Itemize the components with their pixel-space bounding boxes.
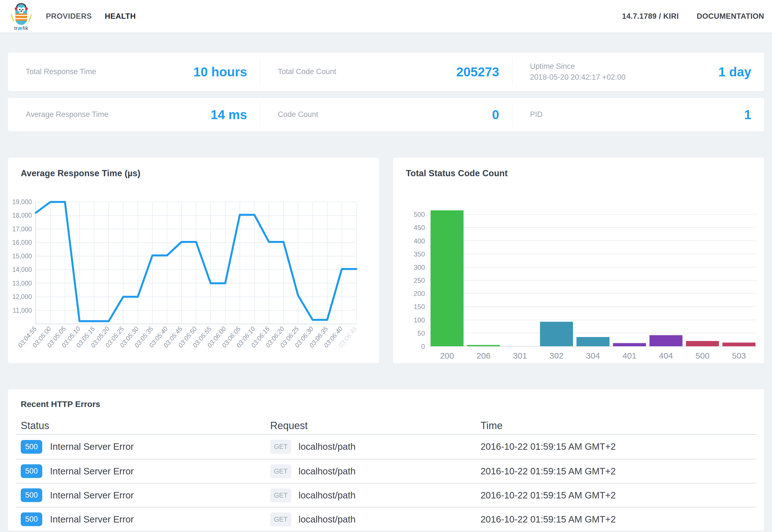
bar-304 [576,337,609,346]
svg-text:401: 401 [622,351,636,360]
svg-text:503: 503 [732,351,746,360]
stat-value: 205273 [456,64,499,79]
traefik-mascot-icon [10,2,33,26]
svg-text:17,000: 17,000 [12,225,32,233]
svg-text:100: 100 [414,316,425,324]
bar-200 [430,210,463,346]
svg-text:304: 304 [586,351,600,360]
svg-text:150: 150 [414,303,425,310]
svg-text:16,000: 16,000 [12,239,32,246]
uptime-datetime: 2018-05-20 20:42:17 +02:00 [530,73,626,81]
bar-302 [540,322,573,346]
status-text: Internal Server Error [50,466,134,477]
column-header-request: Request [270,420,481,432]
line-chart-title: Average Response Time (µs) [8,168,379,178]
svg-text:15,000: 15,000 [12,253,32,260]
svg-text:404: 404 [659,351,673,360]
svg-text:250: 250 [414,277,425,284]
errors-table-title: Recent HTTP Errors [16,399,756,409]
method-badge: GET [270,512,291,526]
error-time: 2016-10-22 01:59:15 AM GMT+2 [481,514,756,525]
method-badge: GET [270,464,291,478]
dashboard-content: Total Response Time 10 hours Total Code … [0,32,772,531]
status-text: Internal Server Error [50,490,134,501]
bar-503 [722,343,755,346]
status-text: Internal Server Error [50,514,134,525]
request-path: localhost/path [298,514,356,525]
stat-total-code-count: Total Code Count 205273 [260,53,512,91]
line-chart-svg: 11,00012,00013,00014,00015,00016,00017,0… [8,180,379,363]
recent-http-errors-card: Recent HTTP Errors Status Request Time 5… [8,389,764,531]
svg-text:400: 400 [414,237,425,245]
status-badge: 500 [21,512,42,526]
status-badge: 500 [21,464,42,478]
stat-value: 0 [492,107,499,122]
svg-text:206: 206 [477,351,491,360]
response-time-chart-card: Average Response Time (µs) 11,00012,0001… [8,158,379,363]
bar-206 [467,345,500,346]
svg-text:19,000: 19,000 [12,198,32,206]
svg-text:200: 200 [414,290,425,297]
stat-average-response-time: Average Response Time 14 ms [8,98,260,131]
svg-text:500: 500 [414,211,425,218]
svg-text:500: 500 [695,351,709,360]
version-label: 14.7.1789 / KIRI [622,12,679,21]
svg-text:302: 302 [550,351,564,360]
stat-value: 14 ms [211,107,247,122]
stat-label: Code Count [278,109,318,120]
svg-text:0: 0 [421,343,425,350]
bar-chart-title: Total Status Code Count [393,168,764,178]
error-time: 2016-10-22 01:59:15 AM GMT+2 [481,466,756,477]
table-row: 500 Internal Server Error GET localhost/… [16,483,756,507]
errors-table-header: Status Request Time [16,417,756,435]
status-text: Internal Server Error [50,441,134,452]
status-badge: 500 [21,488,42,502]
nav-item-providers[interactable]: PROVIDERS [46,12,92,21]
main-nav: PROVIDERS HEALTH [46,12,136,21]
logo-wordmark: træfik [14,25,29,31]
bar-401 [613,343,646,346]
documentation-link[interactable]: DOCUMENTATION [697,12,764,21]
bar-chart-svg: 0501001502002503003504004505002002063013… [393,180,764,363]
method-badge: GET [270,440,291,454]
stat-total-response-time: Total Response Time 10 hours [8,53,260,91]
stat-label: Average Response Time [26,109,108,120]
column-header-time: Time [481,420,756,432]
error-time: 2016-10-22 01:59:15 AM GMT+2 [481,441,756,452]
bar-500 [686,341,719,346]
svg-text:18,000: 18,000 [12,212,32,219]
top-nav-bar: træfik PROVIDERS HEALTH 14.7.1789 / KIRI… [0,0,772,32]
status-code-bar-chart: 0501001502002503003504004505002002063013… [393,180,764,363]
table-row: 500 Internal Server Error GET localhost/… [16,459,756,483]
svg-text:200: 200 [440,351,454,360]
nav-item-health[interactable]: HEALTH [105,12,136,21]
svg-text:13,000: 13,000 [12,280,32,287]
response-time-line-chart: 11,00012,00013,00014,00015,00016,00017,0… [8,180,379,363]
stat-uptime-since: Uptime Since 2018-05-20 20:42:17 +02:00 … [512,53,764,91]
method-badge: GET [270,488,291,502]
stat-label: Total Code Count [278,66,336,77]
request-path: localhost/path [298,441,356,452]
stat-value: 1 [744,107,751,122]
stat-label: Uptime Since 2018-05-20 20:42:17 +02:00 [530,61,626,83]
status-badge: 500 [21,440,42,454]
stat-code-count: Code Count 0 [260,98,512,131]
bar-404 [649,335,682,346]
table-row: 500 Internal Server Error GET localhost/… [16,435,756,459]
status-code-chart-card: Total Status Code Count 0501001502002503… [393,158,764,363]
stat-value: 1 day [718,64,751,79]
request-path: localhost/path [298,466,356,477]
svg-text:301: 301 [513,351,527,360]
svg-text:350: 350 [414,250,425,258]
stat-label: Total Response Time [26,66,96,77]
svg-text:12,000: 12,000 [12,293,32,300]
error-time: 2016-10-22 01:59:15 AM GMT+2 [481,490,756,501]
table-row: 500 Internal Server Error GET localhost/… [16,507,756,531]
svg-text:14,000: 14,000 [12,266,32,273]
traefik-logo[interactable]: træfik [8,2,35,31]
svg-text:450: 450 [414,224,425,231]
stats-row-2: Average Response Time 14 ms Code Count 0… [8,98,764,131]
charts-row: Average Response Time (µs) 11,00012,0001… [8,158,764,363]
svg-text:300: 300 [414,263,425,271]
svg-text:11,000: 11,000 [13,307,32,314]
